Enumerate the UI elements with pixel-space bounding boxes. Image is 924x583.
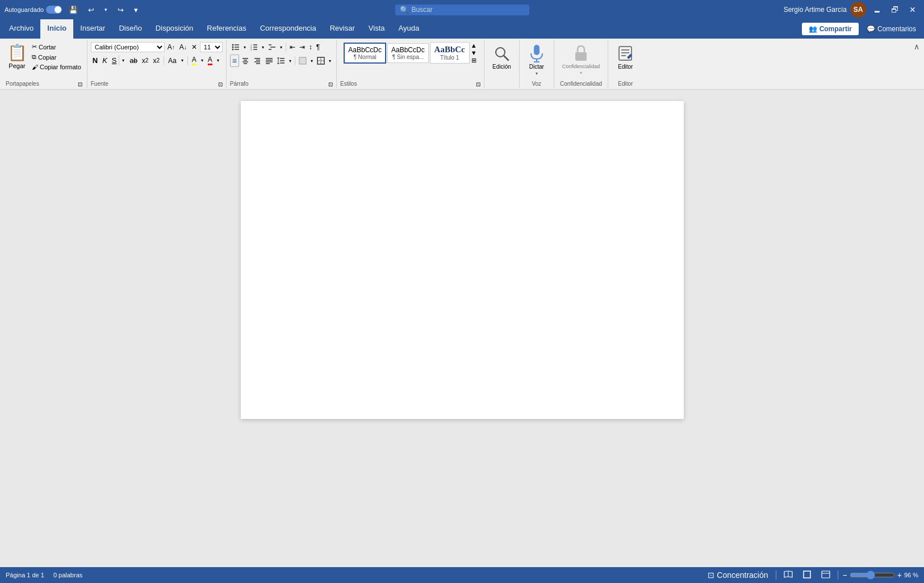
multilevel-dropdown-button[interactable]: ▾	[278, 44, 284, 51]
tab-referencias[interactable]: Referencias	[200, 19, 253, 39]
align-left-button[interactable]: ≡	[230, 54, 239, 67]
strikethrough-button[interactable]: ab	[128, 56, 139, 66]
web-layout-button[interactable]	[818, 569, 833, 581]
undo-button[interactable]: ↩	[85, 5, 98, 15]
tab-ayuda[interactable]: Ayuda	[391, 19, 426, 39]
avatar[interactable]: SA	[850, 2, 866, 18]
edicion-button[interactable]: Edición	[488, 42, 516, 72]
line-spacing-dropdown-button[interactable]: ▾	[287, 57, 293, 65]
change-case-button[interactable]: Aa	[166, 56, 178, 66]
parrafo-settings-button[interactable]: ⊡	[328, 81, 333, 87]
format-painter-button[interactable]: 🖌 Copiar formato	[30, 62, 83, 72]
style-titulo1[interactable]: AaBbCc Título 1	[430, 42, 470, 64]
italic-button[interactable]: K	[101, 55, 109, 66]
redo-button[interactable]: ↪	[114, 5, 127, 15]
numbered-dropdown-button[interactable]: ▾	[260, 44, 266, 51]
portapapeles-settings-button[interactable]: ⊡	[77, 81, 83, 87]
align-right-button[interactable]	[252, 56, 263, 65]
borders-button[interactable]	[315, 56, 327, 66]
numbered-button[interactable]: 1.2.3.	[248, 42, 260, 52]
print-layout-button[interactable]	[800, 569, 814, 581]
tab-archivo[interactable]: Archivo	[2, 19, 40, 39]
document-area[interactable]	[0, 90, 924, 567]
search-icon: 🔍	[400, 6, 409, 14]
close-button[interactable]: ✕	[906, 4, 919, 15]
sort-button[interactable]: ↕	[307, 42, 314, 52]
estilos-settings-button[interactable]: ⊡	[476, 81, 480, 87]
confidencialidad-button[interactable]: Confidencialidad ▾	[558, 42, 605, 78]
line-spacing-button[interactable]	[275, 56, 287, 66]
copy-button[interactable]: ⧉ Copiar	[30, 52, 83, 62]
decrease-font-size-button[interactable]: A↓	[178, 42, 189, 52]
undo-dropdown-button[interactable]: ▾	[101, 6, 111, 14]
zoom-in-button[interactable]: +	[897, 571, 902, 580]
read-mode-button[interactable]	[781, 569, 796, 581]
comments-button[interactable]: 💬 Comentarios	[861, 23, 922, 35]
styles-gallery: AaBbCcDc ¶ Normal AaBbCcDc ¶ Sin espa...…	[344, 42, 469, 64]
document-page[interactable]	[241, 101, 684, 419]
fuente-settings-button[interactable]: ⊡	[218, 81, 223, 87]
autosave-label: Autoguardado	[5, 6, 44, 13]
edicion-icon	[492, 44, 511, 62]
font-size-select[interactable]: 11	[200, 42, 223, 52]
style-sin-espacio[interactable]: AaBbCcDc ¶ Sin espa...	[387, 43, 429, 63]
bullets-button[interactable]	[230, 42, 241, 52]
paste-button[interactable]: 📋 Pegar	[6, 42, 28, 72]
borders-dropdown-button[interactable]: ▾	[327, 57, 333, 65]
autosave-toggle[interactable]: Autoguardado	[5, 6, 62, 14]
font-row-1: Calibri (Cuerpo) A↑ A↓ ✕ 11	[91, 42, 223, 52]
tab-correspondencia[interactable]: Correspondencia	[253, 19, 323, 39]
cut-button[interactable]: ✂ Cortar	[30, 42, 83, 52]
styles-scroll-up-button[interactable]: ▲	[471, 42, 477, 49]
underline-dropdown-button[interactable]: ▾	[120, 57, 126, 64]
highlight-button[interactable]: A	[190, 54, 198, 66]
superscript-button[interactable]: x2	[151, 56, 161, 66]
increase-font-size-button[interactable]: A↑	[166, 42, 177, 52]
share-button[interactable]: 👥 Compartir	[802, 23, 859, 35]
subscript-button[interactable]: x2	[140, 56, 150, 66]
ribbon: 📋 Pegar ✂ Cortar ⧉ Copiar 🖌 Co	[0, 39, 924, 90]
restore-button[interactable]: 🗗	[888, 4, 902, 15]
change-case-dropdown-button[interactable]: ▾	[179, 57, 185, 64]
style-normal[interactable]: AaBbCcDc ¶ Normal	[344, 43, 386, 64]
justify-button[interactable]	[264, 56, 275, 65]
multilevel-button[interactable]	[266, 42, 278, 52]
underline-button[interactable]: S	[110, 55, 119, 66]
shading-dropdown-button[interactable]: ▾	[309, 57, 315, 65]
font-color-dropdown-button[interactable]: ▾	[215, 57, 221, 64]
tab-disposicion[interactable]: Disposición	[149, 19, 200, 39]
tab-vista[interactable]: Vista	[362, 19, 392, 39]
show-marks-button[interactable]: ¶	[315, 42, 321, 52]
decrease-indent-button[interactable]: ⇤	[288, 42, 297, 52]
highlight-dropdown-button[interactable]: ▾	[199, 57, 205, 64]
autosave-switch[interactable]	[46, 6, 62, 14]
editor-button[interactable]: Editor	[612, 42, 639, 72]
increase-indent-button[interactable]: ⇥	[298, 42, 307, 52]
read-mode-icon	[784, 571, 793, 578]
dictar-button[interactable]: Dictar ▾	[523, 42, 550, 78]
font-color-button[interactable]: A	[206, 54, 214, 66]
styles-more-button[interactable]: ⊞	[471, 57, 477, 64]
group-estilos-content: AaBbCcDc ¶ Normal AaBbCcDc ¶ Sin espa...…	[344, 42, 476, 81]
focus-mode-button[interactable]: ⊡ Concentración	[705, 569, 771, 581]
tab-inicio[interactable]: Inicio	[40, 19, 73, 39]
zoom-out-button[interactable]: −	[843, 571, 847, 580]
align-center-button[interactable]	[240, 56, 251, 65]
search-input[interactable]	[411, 6, 525, 14]
shading-button[interactable]	[297, 56, 308, 66]
clear-format-button[interactable]: ✕	[190, 42, 199, 52]
font-family-select[interactable]: Calibri (Cuerpo)	[91, 42, 165, 52]
save-button[interactable]: 💾	[65, 5, 81, 15]
customize-qat-button[interactable]: ▾	[131, 5, 141, 15]
bold-button[interactable]: N	[91, 55, 99, 66]
font-row-2: N K S ▾ ab x2 x2 Aa ▾ A ▾ A ▾	[91, 54, 221, 66]
ribbon-collapse-button[interactable]: ∧	[912, 40, 922, 53]
styles-scroll-down-button[interactable]: ▼	[471, 49, 477, 56]
bullets-dropdown-button[interactable]: ▾	[242, 44, 248, 51]
tab-insertar[interactable]: Insertar	[73, 19, 112, 39]
edicion-label: Edición	[492, 64, 511, 70]
minimize-button[interactable]: 🗕	[869, 4, 884, 15]
zoom-slider[interactable]	[850, 571, 895, 580]
tab-diseno[interactable]: Diseño	[112, 19, 148, 39]
tab-revisar[interactable]: Revisar	[323, 19, 362, 39]
